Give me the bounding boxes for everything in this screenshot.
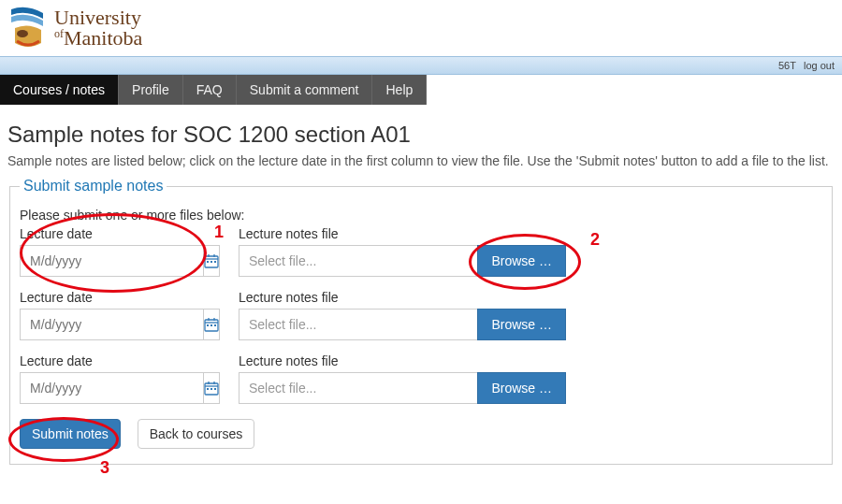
user-topbar: 56T log out bbox=[0, 56, 842, 75]
submit-notes-button[interactable]: Submit notes bbox=[20, 419, 121, 449]
current-user: 56T bbox=[778, 60, 796, 71]
logo-line1: University bbox=[54, 7, 142, 28]
upload-row-3: Lecture date Lecture notes file Select f… bbox=[20, 353, 822, 404]
fieldset-instruction: Please submit one or more files below: bbox=[20, 208, 822, 223]
nav-submit-comment[interactable]: Submit a comment bbox=[237, 75, 373, 105]
back-to-courses-button[interactable]: Back to courses bbox=[138, 419, 255, 449]
svg-point-0 bbox=[17, 30, 28, 37]
logo-line2: ofManitoba bbox=[54, 28, 142, 49]
nav-faq[interactable]: FAQ bbox=[183, 75, 237, 105]
page-title: Sample notes for SOC 1200 section A01 bbox=[7, 122, 835, 148]
browse-button-2[interactable]: Browse … bbox=[477, 309, 566, 340]
file-select-display-1[interactable]: Select file... bbox=[239, 245, 477, 277]
browse-button-1[interactable]: Browse … bbox=[477, 245, 566, 277]
lecture-date-input-2[interactable] bbox=[20, 309, 203, 340]
submit-notes-fieldset: Submit sample notes Please submit one or… bbox=[9, 178, 833, 465]
calendar-icon[interactable] bbox=[203, 309, 220, 340]
file-select-display-3[interactable]: Select file... bbox=[239, 372, 477, 404]
calendar-icon[interactable] bbox=[203, 245, 220, 277]
svg-rect-14 bbox=[214, 324, 216, 326]
logo-text: University ofManitoba bbox=[54, 7, 142, 49]
fieldset-legend: Submit sample notes bbox=[20, 178, 167, 194]
lecture-file-label: Lecture notes file bbox=[239, 226, 566, 241]
lecture-date-input-1[interactable] bbox=[20, 245, 203, 277]
svg-rect-12 bbox=[207, 324, 209, 326]
lecture-file-label: Lecture notes file bbox=[239, 353, 566, 368]
lecture-file-label: Lecture notes file bbox=[239, 290, 566, 305]
header-logo-area: University ofManitoba bbox=[0, 0, 842, 56]
nav-courses-notes[interactable]: Courses / notes bbox=[0, 75, 119, 105]
svg-rect-7 bbox=[214, 261, 216, 263]
lecture-date-label: Lecture date bbox=[20, 226, 216, 241]
svg-rect-19 bbox=[207, 388, 209, 390]
university-logo: University ofManitoba bbox=[9, 6, 833, 50]
page-content: Sample notes for SOC 1200 section A01 Sa… bbox=[0, 105, 842, 483]
nav-profile[interactable]: Profile bbox=[119, 75, 183, 105]
svg-rect-21 bbox=[214, 388, 216, 390]
upload-row-1: Lecture date Lecture notes file Select f… bbox=[20, 226, 822, 277]
form-actions: Submit notes Back to courses bbox=[20, 419, 822, 449]
main-nav: Courses / notes Profile FAQ Submit a com… bbox=[0, 75, 842, 105]
lecture-date-label: Lecture date bbox=[20, 353, 216, 368]
svg-rect-5 bbox=[207, 261, 209, 263]
annotation-number-3: 3 bbox=[100, 458, 109, 478]
page-subtitle: Sample notes are listed below; click on … bbox=[7, 153, 835, 168]
lecture-date-input-3[interactable] bbox=[20, 372, 203, 404]
svg-rect-6 bbox=[210, 261, 212, 263]
lecture-date-label: Lecture date bbox=[20, 290, 216, 305]
svg-rect-13 bbox=[210, 324, 212, 326]
nav-help[interactable]: Help bbox=[372, 75, 427, 105]
logo-crest-icon bbox=[9, 6, 47, 50]
calendar-icon[interactable] bbox=[203, 372, 220, 404]
logout-link[interactable]: log out bbox=[804, 60, 835, 71]
svg-rect-20 bbox=[210, 388, 212, 390]
file-select-display-2[interactable]: Select file... bbox=[239, 309, 477, 340]
browse-button-3[interactable]: Browse … bbox=[477, 372, 566, 404]
upload-row-2: Lecture date Lecture notes file Select f… bbox=[20, 290, 822, 340]
